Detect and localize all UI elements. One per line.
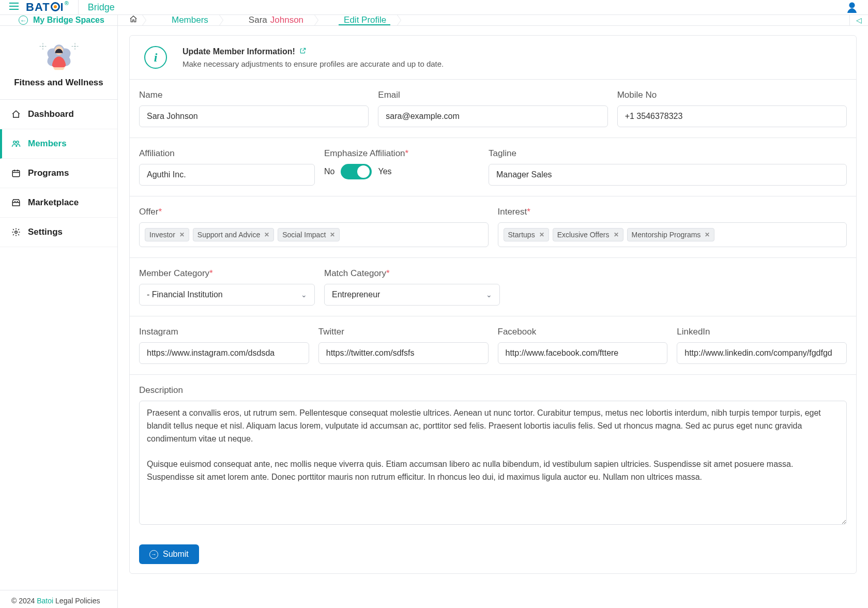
topbar: BATI® Bridge — [0, 0, 868, 15]
svg-point-13 — [15, 231, 18, 234]
users-icon — [11, 139, 21, 148]
label-offer: Offer* — [139, 207, 489, 217]
tag: Exclusive Offers✕ — [553, 228, 623, 241]
submit-button[interactable]: → Submit — [139, 544, 199, 564]
main: Fitness and Wellness Dashboard Members P… — [0, 26, 868, 608]
my-bridge-spaces-link[interactable]: ← My Bridge Spaces — [0, 15, 118, 25]
svg-point-11 — [17, 141, 19, 144]
description-textarea[interactable] — [139, 401, 847, 525]
sidebar-nav: Dashboard Members Programs Marketplace S… — [0, 100, 117, 590]
breadcrumb-sep — [223, 15, 233, 25]
emphasize-affiliation-toggle[interactable] — [341, 164, 372, 179]
label-interest: Interest* — [498, 207, 847, 217]
collapse-panel-icon[interactable]: ◁ — [849, 15, 868, 25]
member-category-select[interactable]: - Financial Institution ⌄ — [139, 284, 315, 306]
store-icon — [11, 198, 21, 207]
tag-remove-icon[interactable]: ✕ — [330, 231, 335, 238]
tag-label: Exclusive Offers — [557, 231, 610, 239]
info-description: Make necessary adjustments to ensure pro… — [182, 59, 444, 68]
sidebar: Fitness and Wellness Dashboard Members P… — [0, 26, 118, 608]
space-name: Fitness and Wellness — [5, 78, 112, 88]
sidebar-item-label: Settings — [28, 227, 63, 237]
brand-sublabel[interactable]: Bridge — [88, 2, 115, 13]
svg-point-10 — [13, 141, 16, 144]
svg-point-0 — [850, 3, 855, 8]
label-email: Email — [378, 90, 607, 100]
subheader: ← My Bridge Spaces Members Sara Johnson … — [0, 15, 868, 26]
label-name: Name — [139, 90, 369, 100]
info-title: Update Member Information! — [182, 47, 295, 56]
email-input[interactable] — [378, 105, 607, 127]
calendar-icon — [11, 169, 21, 178]
info-icon: i — [144, 46, 167, 69]
sidebar-item-members[interactable]: Members — [0, 129, 117, 159]
sidebar-item-programs[interactable]: Programs — [0, 159, 117, 188]
menu-icon[interactable] — [9, 3, 26, 12]
crumb-edit-profile[interactable]: Edit Profile — [328, 15, 401, 25]
offer-tag-input[interactable]: Investor✕Support and Advice✕Social Impac… — [139, 222, 489, 247]
tagline-input[interactable] — [489, 164, 847, 186]
label-twitter: Twitter — [318, 327, 489, 337]
twitter-input[interactable] — [318, 342, 489, 364]
divider — [78, 0, 79, 14]
arrow-right-icon: → — [149, 550, 158, 559]
affiliation-input[interactable] — [139, 164, 315, 186]
tag: Startups✕ — [504, 228, 549, 241]
breadcrumb-sep — [401, 15, 411, 25]
label-description: Description — [139, 385, 847, 396]
label-mobile: Mobile No — [617, 90, 847, 100]
info-banner: i Update Member Information! Make necess… — [130, 36, 856, 80]
label-instagram: Instagram — [139, 327, 309, 337]
label-match-category: Match Category* — [324, 268, 500, 279]
sidebar-item-settings[interactable]: Settings — [0, 218, 117, 247]
space-header: Fitness and Wellness — [0, 26, 117, 100]
crumb-members[interactable]: Members — [156, 15, 223, 25]
back-arrow-icon: ← — [19, 16, 28, 25]
linkedin-input[interactable] — [677, 342, 847, 364]
sidebar-item-marketplace[interactable]: Marketplace — [0, 188, 117, 218]
sidebar-item-dashboard[interactable]: Dashboard — [0, 100, 117, 129]
facebook-input[interactable] — [498, 342, 668, 364]
breadcrumb: Members Sara Johnson Edit Profile — [118, 15, 849, 25]
match-category-select[interactable]: Entrepreneur ⌄ — [324, 284, 500, 306]
brand-logo[interactable]: BATI® — [26, 1, 69, 14]
content: i Update Member Information! Make necess… — [118, 26, 868, 608]
footer-brand-link[interactable]: Batoi — [37, 597, 53, 605]
tag-remove-icon[interactable]: ✕ — [179, 231, 185, 238]
svg-rect-7 — [52, 63, 65, 68]
label-member-category: Member Category* — [139, 268, 315, 279]
tag-label: Investor — [149, 231, 175, 239]
user-avatar-icon[interactable] — [845, 1, 859, 14]
label-affiliation: Affiliation — [139, 148, 315, 159]
mobile-input[interactable] — [617, 105, 847, 127]
label-emphasize-affiliation: Emphasize Affiliation* — [324, 148, 479, 159]
toggle-no-label: No — [324, 167, 334, 176]
tag: Support and Advice✕ — [193, 228, 274, 241]
label-tagline: Tagline — [489, 148, 847, 159]
interest-tag-input[interactable]: Startups✕Exclusive Offers✕Mentorship Pro… — [498, 222, 847, 247]
gear-icon — [11, 227, 21, 237]
tag-label: Social Impact — [282, 231, 326, 239]
name-input[interactable] — [139, 105, 369, 127]
svg-rect-12 — [12, 171, 20, 177]
label-facebook: Facebook — [498, 327, 668, 337]
tag: Social Impact✕ — [278, 228, 340, 241]
tag-remove-icon[interactable]: ✕ — [264, 231, 269, 238]
external-link-icon[interactable] — [299, 47, 307, 56]
toggle-yes-label: Yes — [378, 167, 391, 176]
breadcrumb-sep — [146, 15, 156, 25]
tag-remove-icon[interactable]: ✕ — [614, 231, 619, 238]
tag: Mentorship Programs✕ — [627, 228, 715, 241]
tag: Investor✕ — [145, 228, 189, 241]
sidebar-item-label: Dashboard — [28, 109, 74, 119]
home-icon — [11, 110, 21, 119]
crumb-member-name[interactable]: Sara Johnson — [233, 15, 318, 25]
sidebar-footer: © 2024 Batoi Legal Policies — [0, 590, 117, 608]
tag-remove-icon[interactable]: ✕ — [539, 231, 544, 238]
instagram-input[interactable] — [139, 342, 309, 364]
sidebar-item-label: Members — [28, 139, 67, 149]
breadcrumb-sep — [318, 15, 328, 25]
label-linkedin: LinkedIn — [677, 327, 847, 337]
tag-remove-icon[interactable]: ✕ — [705, 231, 710, 238]
edit-profile-card: i Update Member Information! Make necess… — [129, 35, 857, 574]
